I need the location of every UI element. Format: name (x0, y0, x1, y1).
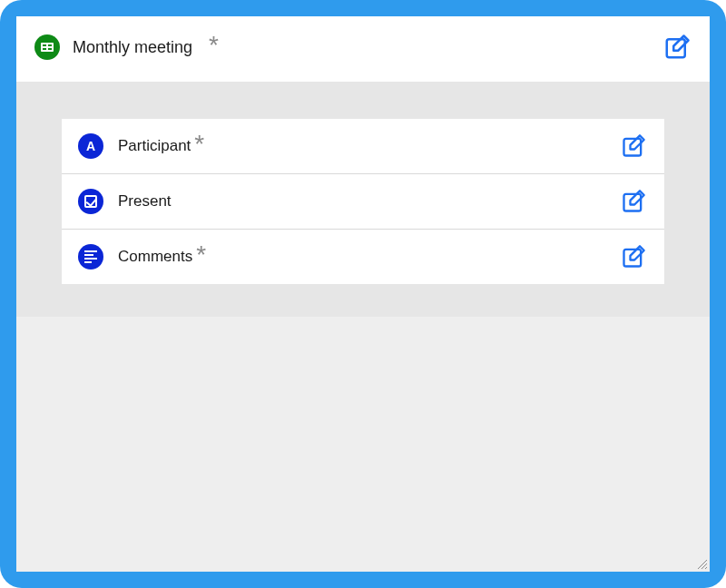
resize-handle[interactable] (695, 557, 708, 570)
letter-a-icon: A (78, 133, 103, 159)
edit-form-button[interactable] (662, 33, 692, 62)
checkbox-icon (78, 189, 103, 214)
form-title-row: Monthly meeting * (34, 34, 662, 60)
field-label: Comments (118, 248, 192, 266)
panel: Monthly meeting * A Participant * (16, 16, 710, 572)
empty-area (16, 317, 710, 572)
field-label-wrap: Participant * (118, 133, 604, 159)
field-participant: A Participant * (62, 118, 664, 173)
field-label: Participant (118, 137, 191, 155)
field-label-wrap: Present (118, 192, 604, 211)
app-frame: Monthly meeting * A Participant * (0, 0, 726, 588)
svg-rect-0 (667, 39, 685, 57)
grid-table-icon (34, 34, 60, 60)
svg-rect-2 (624, 194, 642, 211)
edit-icon (621, 244, 646, 270)
text-lines-icon (78, 244, 103, 270)
field-comments: Comments * (62, 229, 664, 284)
svg-rect-3 (624, 250, 642, 267)
edit-icon (621, 189, 646, 214)
edit-icon (663, 34, 691, 61)
field-label-wrap: Comments * (118, 244, 604, 270)
edit-field-button[interactable] (619, 242, 648, 271)
form-header: Monthly meeting * (16, 16, 710, 82)
required-asterisk-icon: * (209, 33, 219, 58)
svg-rect-1 (624, 139, 642, 156)
field-present: Present (62, 173, 664, 229)
required-asterisk-icon: * (196, 242, 206, 268)
required-asterisk-icon: * (194, 132, 204, 157)
form-title: Monthly meeting (73, 38, 192, 57)
edit-field-button[interactable] (619, 132, 648, 161)
fields-container: A Participant * Present (16, 82, 710, 317)
svg-line-6 (705, 567, 707, 569)
edit-field-button[interactable] (619, 187, 648, 216)
field-label: Present (118, 192, 172, 211)
edit-icon (621, 133, 646, 159)
